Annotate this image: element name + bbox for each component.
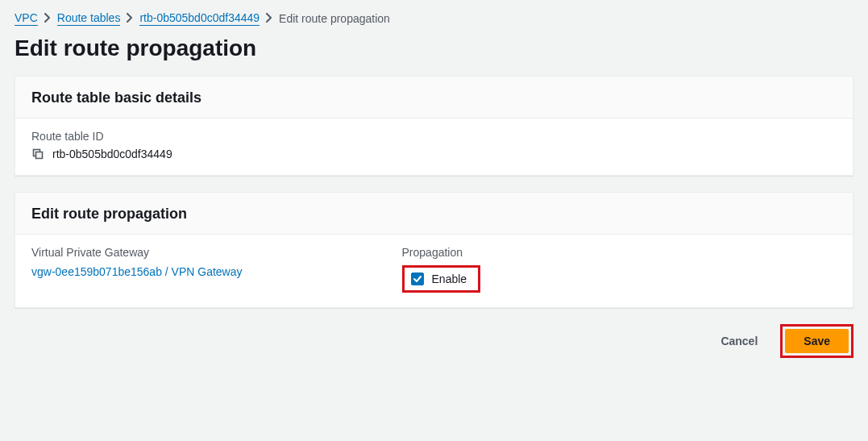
breadcrumb-current: Edit route propagation (279, 12, 390, 25)
chevron-right-icon (266, 11, 272, 26)
panel-title: Edit route propagation (31, 206, 837, 223)
panel-header: Edit route propagation (15, 193, 853, 235)
breadcrumb: VPC Route tables rtb-0b505bd0c0df34449 E… (15, 11, 853, 26)
enable-highlight: Enable (402, 265, 481, 293)
breadcrumb-link-route-tables[interactable]: Route tables (57, 11, 121, 26)
page-title: Edit route propagation (15, 35, 853, 61)
cancel-button[interactable]: Cancel (709, 330, 769, 352)
enable-checkbox[interactable] (411, 273, 424, 285)
breadcrumb-link-rtb-id[interactable]: rtb-0b505bd0c0df34449 (139, 11, 260, 26)
save-highlight: Save (780, 324, 853, 358)
breadcrumb-link-vpc[interactable]: VPC (15, 11, 38, 26)
save-button[interactable]: Save (785, 329, 849, 353)
panel-header: Route table basic details (15, 77, 853, 119)
edit-route-propagation-panel: Edit route propagation Virtual Private G… (15, 192, 853, 308)
vgw-header: Virtual Private Gateway (31, 246, 402, 259)
route-table-id-value: rtb-0b505bd0c0df34449 (52, 148, 172, 160)
route-table-details-panel: Route table basic details Route table ID… (15, 76, 853, 176)
copy-icon[interactable] (31, 148, 44, 160)
chevron-right-icon (127, 11, 133, 26)
propagation-header: Propagation (402, 246, 773, 259)
chevron-right-icon (44, 11, 51, 26)
vgw-link[interactable]: vgw-0ee159b071be156ab / VPN Gateway (31, 265, 243, 278)
panel-title: Route table basic details (31, 89, 837, 106)
route-table-id-label: Route table ID (31, 130, 837, 143)
action-bar: Cancel Save (15, 324, 853, 358)
enable-label: Enable (432, 273, 467, 285)
